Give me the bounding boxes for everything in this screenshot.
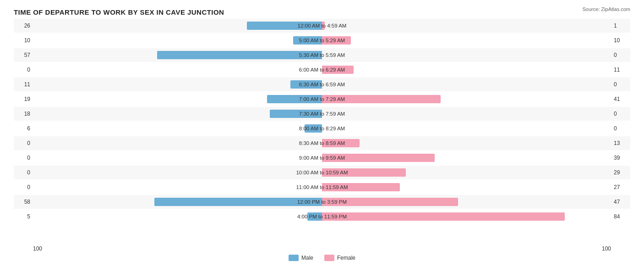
male-value: 18 [14,111,33,117]
chart-row: 08:30 AM to 8:59 AM13 [14,136,630,150]
axis-left: 100 [33,245,42,252]
legend-female: Female [324,255,355,261]
bars-container: 5:30 AM to 5:59 AM [33,48,611,62]
bars-container: 12:00 PM to 3:59 PM [33,195,611,209]
male-value: 6 [14,125,33,132]
chart-row: 575:30 AM to 5:59 AM0 [14,48,630,62]
male-bar-wrap [293,36,322,45]
male-value: 0 [14,155,33,161]
female-label: Female [337,255,355,261]
female-bar-wrap [322,154,435,162]
female-bar-wrap [322,66,354,74]
chart-row: 010:00 AM to 10:59 AM29 [14,166,630,179]
bars-container: 11:00 AM to 11:59 AM [33,180,611,194]
male-bar [247,22,322,30]
female-value: 0 [611,125,630,132]
male-value: 0 [14,140,33,146]
male-value: 0 [14,169,33,176]
chart-row: 09:00 AM to 9:59 AM39 [14,151,630,165]
chart-row: 105:00 AM to 5:29 AM10 [14,33,630,47]
female-bar-wrap [322,36,351,45]
male-bar-wrap [157,51,322,59]
male-bar [157,51,322,59]
chart-area: 2612:00 AM to 4:59 AM1105:00 AM to 5:29 … [14,19,630,244]
bars-container: 7:30 AM to 7:59 AM [33,107,611,121]
bars-container: 7:00 AM to 7:29 AM [33,92,611,106]
female-value: 10 [611,37,630,44]
male-bar [305,124,322,133]
female-bar [322,183,400,191]
male-bar-wrap [154,198,322,206]
male-value: 0 [14,184,33,190]
source-text: Source: ZipAtlas.com [582,6,630,12]
axis-labels: 100 100 [14,245,630,252]
bars-container: 6:30 AM to 6:59 AM [33,78,611,91]
bars-container: 4:00 PM to 11:59 PM [33,210,611,223]
bars-container: 5:00 AM to 5:29 AM [33,33,611,47]
chart-row: 116:30 AM to 6:59 AM0 [14,78,630,91]
legend: Male Female [14,255,630,261]
bars-container: 9:00 AM to 9:59 AM [33,151,611,165]
female-bar-wrap [322,183,400,191]
female-bar [322,66,354,74]
chart-row: 06:00 AM to 6:29 AM11 [14,63,630,77]
female-bar-wrap [322,22,325,30]
male-bar-wrap [307,212,322,221]
chart-row: 54:00 PM to 11:59 PM84 [14,210,630,223]
female-bar-wrap [322,168,406,177]
male-bar [307,212,322,221]
female-bar [322,36,351,45]
female-bar [322,95,441,103]
chart-row: 68:00 AM to 8:29 AM0 [14,122,630,135]
female-bar-wrap [322,198,458,206]
male-bar-wrap [270,110,322,118]
male-swatch [289,255,299,261]
female-value: 0 [611,52,630,58]
male-bar [270,110,322,118]
chart-row: 011:00 AM to 11:59 AM27 [14,180,630,194]
chart-row: 197:00 AM to 7:29 AM41 [14,92,630,106]
female-bar [322,168,406,177]
male-label: Male [301,255,313,261]
female-value: 13 [611,140,630,146]
chart-row: 5812:00 PM to 3:59 PM47 [14,195,630,209]
male-value: 5 [14,213,33,220]
bars-container: 8:30 AM to 8:59 AM [33,136,611,150]
chart-container: TIME OF DEPARTURE TO WORK BY SEX IN CAVE… [0,0,644,273]
male-bar-wrap [247,22,322,30]
female-value: 0 [611,81,630,88]
female-bar [322,139,360,147]
male-bar-wrap [305,124,322,133]
male-bar-wrap [267,95,322,103]
female-value: 29 [611,169,630,176]
female-bar-wrap [322,212,565,221]
male-value: 57 [14,52,33,58]
male-value: 0 [14,67,33,73]
male-bar [154,198,322,206]
bars-container: 12:00 AM to 4:59 AM [33,19,611,33]
male-bar-wrap [290,80,322,89]
female-swatch [324,255,334,261]
female-bar-wrap [322,139,360,147]
male-value: 58 [14,199,33,205]
male-value: 19 [14,96,33,102]
female-value: 39 [611,155,630,161]
male-value: 10 [14,37,33,44]
male-bar [293,36,322,45]
female-value: 41 [611,96,630,102]
male-value: 11 [14,81,33,88]
male-value: 26 [14,22,33,29]
axis-right: 100 [602,245,611,252]
bars-container: 10:00 AM to 10:59 AM [33,166,611,179]
male-bar [267,95,322,103]
female-value: 27 [611,184,630,190]
female-value: 0 [611,111,630,117]
bars-container: 6:00 AM to 6:29 AM [33,63,611,77]
female-bar [322,22,325,30]
bars-container: 8:00 AM to 8:29 AM [33,122,611,135]
female-value: 11 [611,67,630,73]
female-bar-wrap [322,95,441,103]
female-value: 84 [611,213,630,220]
chart-title: TIME OF DEPARTURE TO WORK BY SEX IN CAVE… [14,8,630,16]
female-bar [322,212,565,221]
